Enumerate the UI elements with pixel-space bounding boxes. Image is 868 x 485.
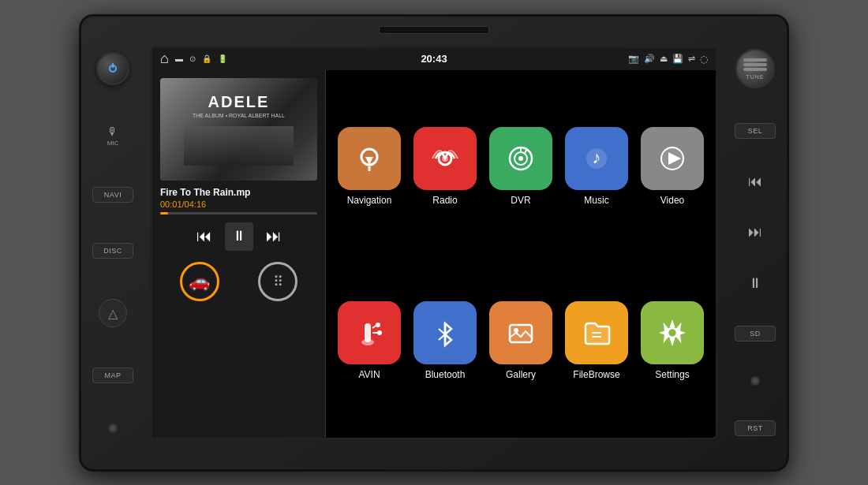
dvr-label: DVR [511,195,530,206]
app-music[interactable]: ♪ Music [565,86,628,248]
svg-point-29 [668,328,677,338]
status-icon-android: ◌ [700,54,708,65]
album-art-image: ADELE THE ALBUM • ROYAL ALBERT HALL [160,78,317,181]
next-track-button[interactable]: ⏭ [748,224,762,241]
progress-bar [160,212,317,215]
filebrowse-icon [565,301,628,364]
prev-button[interactable]: ⏮ [196,227,212,245]
bluetooth-label: Bluetooth [425,369,466,380]
grid-menu-button[interactable]: ⠿ [258,262,297,301]
status-icon-record: ⊙ [189,54,196,63]
car-unit: 🎙 MIC NAVI DISC △ MAP ⌂ ▬ ⊙ 🔒 🔋 20:43 📷 … [79,14,789,472]
filebrowse-label: FileBrowse [573,369,619,380]
status-icon-eject: ⏏ [660,54,668,64]
status-icon-lock: 🔒 [202,54,211,63]
app-dvr[interactable]: DVR [489,86,552,248]
app-navigation[interactable]: Navigation [338,86,401,248]
svg-point-18 [376,323,380,327]
power-knob[interactable] [96,52,129,85]
radio-icon [413,127,477,190]
status-icon-usb: 💾 [672,54,683,64]
map-button[interactable]: MAP [92,367,133,383]
screen: ⌂ ▬ ⊙ 🔒 🔋 20:43 📷 🔊 ⏏ 💾 ⇌ ◌ [150,46,718,440]
disc-slot[interactable] [379,26,489,34]
screw-left [108,423,118,433]
music-label: Music [584,195,608,206]
clock: 20:43 [421,53,447,65]
status-left: ⌂ ▬ ⊙ 🔒 🔋 [160,50,227,67]
status-icon-conn: ⇌ [688,54,695,64]
music-panel: ADELE THE ALBUM • ROYAL ALBERT HALL Fire… [152,70,326,438]
app-video[interactable]: Video [641,86,704,248]
screen-content: ADELE THE ALBUM • ROYAL ALBERT HALL Fire… [152,70,716,438]
svg-point-19 [377,330,382,335]
svg-line-9 [525,149,527,153]
dvr-icon [489,127,552,190]
rst-button[interactable]: RST [735,420,776,436]
player-controls: ⏮ ⏸ ⏭ [160,222,317,251]
app-bluetooth[interactable]: Bluetooth [413,260,477,422]
svg-text:♪: ♪ [593,147,601,167]
gallery-label: Gallery [506,369,536,380]
album-art: ADELE THE ALBUM • ROYAL ALBERT HALL [160,78,317,181]
screw-right [750,376,760,386]
next-button[interactable]: ⏭ [266,227,282,245]
progress-fill [160,212,168,215]
left-panel: 🎙 MIC NAVI DISC △ MAP [81,17,144,469]
play-pause-button[interactable]: ⏸ [225,222,253,251]
settings-label: Settings [655,369,689,380]
prev-track-button[interactable]: ⏮ [748,173,762,190]
mic-label: MIC [107,140,119,147]
sel-button[interactable]: SEL [735,123,776,139]
bottom-icons: 🚗 ⠿ [160,262,317,301]
bluetooth-icon [413,301,477,364]
svg-point-15 [361,339,374,345]
navigation-label: Navigation [347,195,392,206]
gallery-icon [489,301,552,364]
app-settings[interactable]: Settings [641,260,704,422]
status-icon-vol: 🔊 [644,54,655,64]
app-gallery[interactable]: Gallery [489,260,552,422]
home-button[interactable]: △ [99,299,127,327]
home-icon[interactable]: ⌂ [160,50,169,67]
settings-icon [641,301,704,364]
tune-label: TUNE [746,74,764,80]
music-icon: ♪ [565,127,628,190]
artist-name: ADELE [208,93,270,111]
right-panel: TUNE SEL ⏮ ⏭ ⏸ SD RST [724,17,787,469]
app-grid: Navigation Radio [326,70,716,438]
svg-point-7 [518,156,523,161]
car-mode-button[interactable]: 🚗 [180,262,219,301]
video-label: Video [660,195,684,206]
disc-button[interactable]: DISC [92,243,133,259]
pause-button[interactable]: ⏸ [748,275,762,292]
navi-button[interactable]: NAVI [92,187,133,203]
track-time: 00:01/04:16 [160,200,317,209]
status-icon-battery: 🔋 [218,54,227,63]
radio-label: Radio [432,195,457,206]
track-name: Fire To The Rain.mp [160,187,317,198]
navigation-icon [338,127,401,190]
artist-sub: THE ALBUM • ROYAL ALBERT HALL [193,113,285,118]
app-avin[interactable]: AVIN [338,260,401,422]
app-filebrowse[interactable]: FileBrowse [565,260,628,422]
app-radio[interactable]: Radio [413,86,477,248]
power-icon [109,65,117,73]
status-icon-cam: 📷 [628,54,639,64]
video-icon [641,127,704,190]
status-bar: ⌂ ▬ ⊙ 🔒 🔋 20:43 📷 🔊 ⏏ 💾 ⇌ ◌ [152,48,716,70]
tune-knob[interactable]: TUNE [735,49,775,88]
sd-button[interactable]: SD [735,326,776,341]
avin-label: AVIN [358,369,380,380]
mic-icon: 🎙 [107,125,118,138]
track-info: Fire To The Rain.mp 00:01/04:16 [160,187,317,215]
status-right: 📷 🔊 ⏏ 💾 ⇌ ◌ [628,54,708,65]
avin-icon [338,301,401,364]
status-icon-media: ▬ [175,54,183,63]
